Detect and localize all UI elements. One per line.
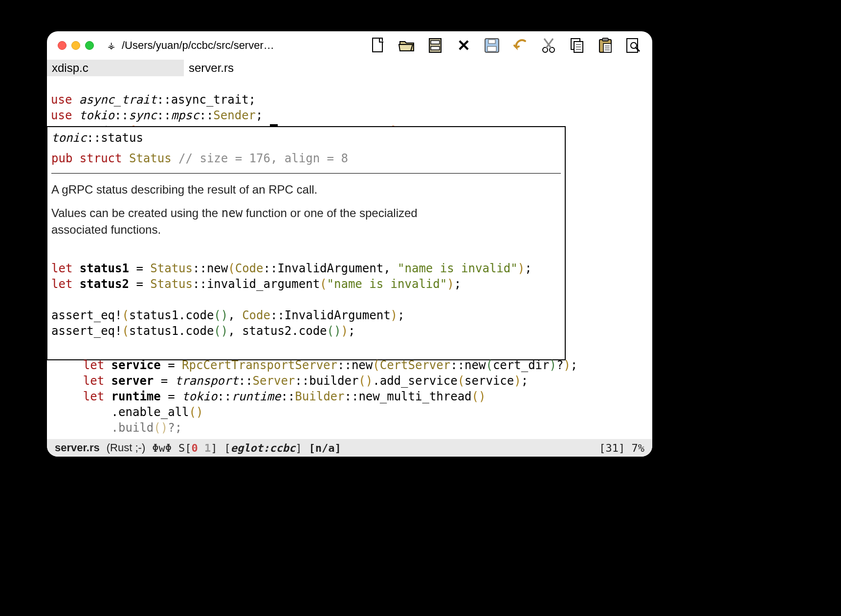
svg-point-8: [550, 47, 554, 52]
open-file-button[interactable]: [397, 36, 417, 55]
undo-button[interactable]: [510, 36, 530, 55]
tab-xdisp-c[interactable]: xdisp.c: [47, 60, 184, 76]
editor-area[interactable]: use async_trait::async_trait; use tokio:…: [47, 76, 652, 439]
hover-doc-popup: tonic::status pub struct Status // size …: [47, 126, 566, 360]
modeline-flycheck: S[0 1]: [178, 442, 218, 454]
svg-point-7: [543, 47, 548, 52]
new-file-button[interactable]: [369, 36, 388, 55]
modeline-indicator: ΦwΦ: [152, 442, 172, 454]
window-controls: [58, 41, 94, 50]
search-button[interactable]: [624, 36, 643, 55]
editor-window: ⚶ /Users/yuan/p/ccbc/src/server… ✕: [47, 31, 652, 457]
copy-button[interactable]: [567, 36, 587, 55]
close-icon[interactable]: [58, 41, 66, 50]
doc-paragraph-2: Values can be created using the new func…: [51, 205, 443, 238]
zoom-icon[interactable]: [85, 41, 94, 50]
doc-example: let status1 = Status::new(Code::InvalidA…: [51, 245, 561, 354]
dired-button[interactable]: [425, 36, 445, 55]
doc-paragraph-1: A gRPC status describing the result of a…: [51, 181, 443, 198]
tab-server-rs[interactable]: server.rs: [184, 60, 321, 76]
svg-rect-3: [431, 46, 440, 50]
modeline-eglot: [eglot:ccbc]: [224, 442, 302, 454]
modified-indicator-icon: ⚶: [108, 41, 115, 50]
svg-rect-17: [602, 38, 608, 41]
svg-rect-2: [431, 41, 440, 44]
window-title: /Users/yuan/p/ccbc/src/server…: [122, 39, 274, 52]
modeline-extra: [n/a]: [309, 442, 341, 454]
kill-buffer-button[interactable]: ✕: [454, 36, 473, 55]
minimize-icon[interactable]: [71, 41, 80, 50]
toolbar: ✕: [369, 36, 643, 55]
modeline-major-mode: (Rust ;-): [107, 441, 145, 454]
svg-rect-6: [488, 40, 495, 44]
titlebar: ⚶ /Users/yuan/p/ccbc/src/server… ✕: [47, 31, 652, 60]
code-lower: let service = RpcCertTransportServer::ne…: [51, 342, 582, 439]
tab-bar: xdisp.c server.rs: [47, 60, 652, 76]
cut-button[interactable]: [539, 36, 558, 55]
doc-signature: pub struct Status // size = 176, align =…: [51, 151, 561, 166]
paste-button[interactable]: [596, 36, 615, 55]
modeline-filename: server.rs: [55, 441, 100, 454]
save-button[interactable]: [482, 36, 502, 55]
svg-rect-5: [487, 46, 496, 51]
doc-path: tonic::status: [51, 130, 561, 146]
mode-line[interactable]: server.rs (Rust ;-) ΦwΦ S[0 1] [eglot:cc…: [47, 439, 652, 457]
modeline-position: [31] 7%: [599, 442, 644, 454]
svg-rect-22: [627, 39, 638, 52]
